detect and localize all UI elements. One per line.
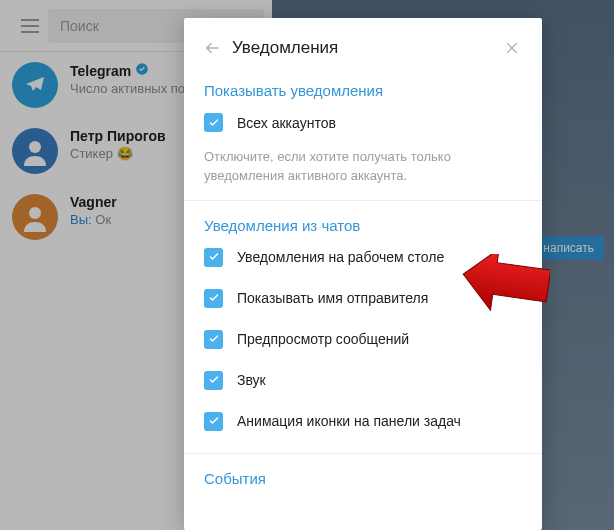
option-label: Предпросмотр сообщений bbox=[237, 331, 409, 347]
section-events: События bbox=[204, 470, 522, 487]
checkbox-checked-icon[interactable] bbox=[204, 248, 223, 267]
hint-text: Отключите, если хотите получать только у… bbox=[204, 148, 522, 186]
modal-body: Показывать уведомления Всех аккаунтов От… bbox=[184, 76, 542, 509]
option-desktop-notifications[interactable]: Уведомления на рабочем столе bbox=[204, 248, 522, 267]
divider bbox=[184, 453, 542, 454]
option-label: Уведомления на рабочем столе bbox=[237, 249, 444, 265]
close-button[interactable] bbox=[498, 34, 526, 62]
checkbox-checked-icon[interactable] bbox=[204, 330, 223, 349]
modal-header: Уведомления bbox=[184, 18, 542, 76]
section-show-notifications: Показывать уведомления bbox=[204, 82, 522, 99]
option-taskbar-animation[interactable]: Анимация иконки на панели задач bbox=[204, 412, 522, 431]
section-chat-notifications: Уведомления из чатов bbox=[204, 217, 522, 234]
option-label: Показывать имя отправителя bbox=[237, 290, 428, 306]
option-all-accounts[interactable]: Всех аккаунтов bbox=[204, 113, 522, 132]
checkbox-checked-icon[interactable] bbox=[204, 371, 223, 390]
checkbox-checked-icon[interactable] bbox=[204, 113, 223, 132]
checkbox-checked-icon[interactable] bbox=[204, 412, 223, 431]
option-message-preview[interactable]: Предпросмотр сообщений bbox=[204, 330, 522, 349]
notifications-modal: Уведомления Показывать уведомления Всех … bbox=[184, 18, 542, 530]
option-label: Всех аккаунтов bbox=[237, 115, 336, 131]
option-sound[interactable]: Звук bbox=[204, 371, 522, 390]
divider bbox=[184, 200, 542, 201]
option-show-sender[interactable]: Показывать имя отправителя bbox=[204, 289, 522, 308]
back-button[interactable] bbox=[198, 34, 226, 62]
option-label: Звук bbox=[237, 372, 266, 388]
modal-title: Уведомления bbox=[232, 38, 498, 58]
option-label: Анимация иконки на панели задач bbox=[237, 413, 461, 429]
checkbox-checked-icon[interactable] bbox=[204, 289, 223, 308]
